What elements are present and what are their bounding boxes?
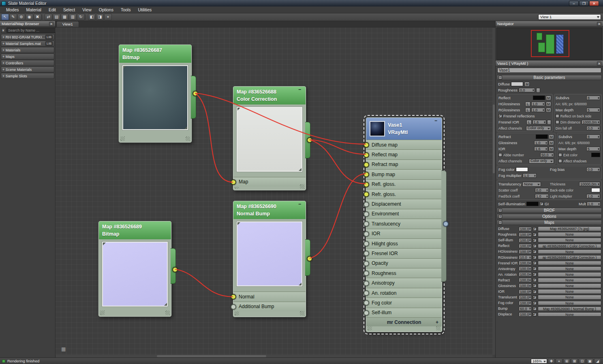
- menu-item[interactable]: Options: [95, 6, 117, 13]
- exit-color-checkbox[interactable]: [558, 153, 562, 157]
- refract-map-button[interactable]: M: [549, 134, 554, 139]
- map-amount-spinner[interactable]: 100,0: [519, 261, 532, 265]
- fog-multiplier-spinner[interactable]: 1,0: [523, 173, 537, 178]
- input-socket[interactable]: [364, 300, 369, 306]
- map-button[interactable]: None: [538, 301, 601, 306]
- map-enable-checkbox[interactable]: [533, 267, 537, 270]
- map-enable-checkbox[interactable]: [533, 290, 537, 294]
- input-socket[interactable]: [364, 162, 369, 168]
- map-button[interactable]: None: [538, 266, 601, 271]
- map-enable-checkbox[interactable]: [533, 301, 537, 305]
- max-depth-spinner[interactable]: 5: [586, 108, 600, 112]
- connection-wire[interactable]: [310, 140, 366, 184]
- minimize-button[interactable]: –: [569, 1, 579, 6]
- close-button[interactable]: ✕: [589, 1, 599, 6]
- toolbar-button[interactable]: [42, 14, 44, 20]
- fresnel-ior-spinner[interactable]: 1,6: [532, 120, 546, 124]
- input-socket[interactable]: [364, 241, 369, 247]
- map-enable-checkbox[interactable]: [533, 296, 537, 299]
- input-socket[interactable]: [364, 142, 369, 148]
- node-bitmap-836526687[interactable]: Map #836526687 Bitmap: [119, 45, 192, 143]
- rglossiness-map-button[interactable]: M: [546, 108, 551, 113]
- vase-input-slot[interactable]: Translucency: [366, 219, 442, 228]
- diffuse-color-swatch[interactable]: [511, 82, 523, 86]
- map-button[interactable]: None: [538, 278, 601, 283]
- vase-input-slot[interactable]: Environment: [366, 209, 442, 219]
- glossiness-map-button[interactable]: M: [549, 140, 554, 145]
- reflect-back-checkbox[interactable]: [556, 114, 559, 118]
- rollout-options[interactable]: + Options: [497, 214, 602, 219]
- exit-color-swatch[interactable]: [591, 153, 600, 157]
- menu-item[interactable]: Edit: [45, 6, 60, 13]
- output-socket[interactable]: [307, 256, 312, 262]
- output-socket[interactable]: [443, 221, 449, 227]
- node-graph[interactable]: Map #836526687 Bitmap − Map #836526688 C…: [56, 28, 495, 358]
- input-slot[interactable]: Map: [233, 177, 306, 187]
- fresnel-reflections-checkbox[interactable]: [498, 114, 502, 118]
- hglossiness-spinner[interactable]: 1,0: [531, 102, 545, 106]
- vase-input-slot[interactable]: Refr. gloss.: [366, 189, 442, 199]
- toolbar-button[interactable]: ⊚: [17, 14, 25, 20]
- ior-map-button[interactable]: M: [549, 147, 554, 151]
- input-socket[interactable]: [231, 179, 236, 185]
- map-enable-checkbox[interactable]: [533, 284, 537, 287]
- menu-item[interactable]: Tools: [117, 6, 135, 13]
- map-amount-spinner[interactable]: 100,0: [519, 289, 532, 294]
- mr-connection-row[interactable]: mr Connection +: [366, 317, 442, 326]
- search-input[interactable]: [6, 28, 57, 33]
- input-socket[interactable]: [364, 221, 369, 227]
- toolbar-button[interactable]: ▥: [69, 14, 77, 20]
- input-socket[interactable]: [364, 290, 369, 296]
- vase-input-slot[interactable]: Refl. gloss.: [366, 179, 442, 189]
- expand-icon[interactable]: +: [498, 215, 502, 218]
- node-color-correction-836526688[interactable]: − Map #836526688 Color Correction Map: [233, 86, 306, 190]
- affect-channels-dropdown[interactable]: Color only: [526, 126, 551, 131]
- toolbar-button[interactable]: ↖: [1, 14, 9, 20]
- vase-input-slot[interactable]: Hilight gloss: [366, 238, 442, 248]
- node-vase1-vraymtl[interactable]: − Vase1 VRayMtl Diffuse map: [366, 117, 442, 332]
- input-socket[interactable]: [364, 251, 369, 256]
- dim-distance-checkbox[interactable]: [556, 120, 559, 124]
- ior-spinner[interactable]: 1,6: [534, 147, 548, 151]
- rglossiness-lock-button[interactable]: L: [525, 108, 530, 113]
- map-enable-checkbox[interactable]: [533, 244, 537, 248]
- menu-item[interactable]: Utilities: [134, 6, 155, 13]
- map-button[interactable]: ap #836526688 ( Color Correction ): [538, 255, 601, 260]
- input-slot[interactable]: Normal: [233, 292, 306, 301]
- translucency-dropdown[interactable]: None: [522, 182, 541, 187]
- map-button[interactable]: None: [538, 238, 601, 243]
- fresnel-ior-lock-button[interactable]: L: [526, 120, 532, 125]
- statusbar-button[interactable]: ◢: [594, 358, 601, 364]
- rollout-brdf[interactable]: + BRDF: [497, 208, 602, 213]
- vase-input-slot[interactable]: Opacity: [366, 258, 442, 268]
- filter-icon[interactable]: ▼: [1, 28, 5, 33]
- connection-wire[interactable]: [195, 93, 233, 182]
- connection-wire[interactable]: [310, 140, 366, 154]
- canvas-corner-icon[interactable]: ▦: [61, 346, 66, 352]
- rollout-basic-parameters[interactable]: − Basic parameters: [497, 75, 602, 80]
- map-amount-spinner[interactable]: 100,0: [519, 278, 532, 282]
- collapse-icon[interactable]: −: [498, 221, 502, 224]
- input-slot[interactable]: Additional Bump: [233, 302, 306, 311]
- gi-checkbox[interactable]: [540, 202, 543, 206]
- statusbar-button[interactable]: ▣: [586, 358, 593, 364]
- browser-item[interactable]: + RH 802-GRAM TURKI... LIB: [1, 34, 54, 40]
- refract-affect-channels-dropdown[interactable]: Color only: [529, 159, 554, 164]
- connection-wire[interactable]: [310, 174, 366, 258]
- vase-input-slot[interactable]: Bump map: [366, 169, 442, 179]
- output-socket[interactable]: [307, 137, 312, 143]
- map-button[interactable]: None: [538, 232, 601, 237]
- abbe-number-checkbox[interactable]: [498, 153, 502, 157]
- input-socket[interactable]: [364, 310, 369, 316]
- expand-icon[interactable]: +: [498, 209, 502, 212]
- vertical-scrollbar[interactable]: [492, 28, 495, 355]
- vase-input-slot[interactable]: IOR: [366, 229, 442, 238]
- vase-input-slot[interactable]: Fresnel IOR: [366, 248, 442, 258]
- input-socket[interactable]: [364, 182, 369, 187]
- scrollbar-thumb[interactable]: [493, 104, 495, 173]
- glossiness-spinner[interactable]: 1,0: [534, 140, 548, 145]
- map-amount-spinner[interactable]: 100,0: [519, 312, 532, 317]
- refract-color-swatch[interactable]: [536, 134, 548, 139]
- hglossiness-lock-button[interactable]: L: [525, 102, 530, 106]
- statusbar-button[interactable]: ⊡: [579, 358, 586, 364]
